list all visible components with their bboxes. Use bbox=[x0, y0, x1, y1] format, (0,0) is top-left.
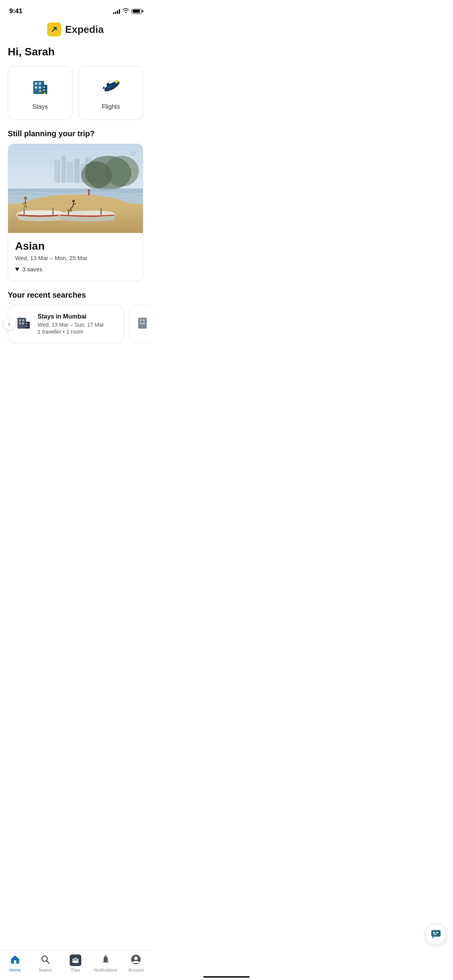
search-card-partial[interactable] bbox=[129, 305, 151, 343]
svg-rect-15 bbox=[54, 159, 60, 183]
building-icon bbox=[29, 75, 51, 99]
search-card-building-icon bbox=[15, 315, 32, 333]
svg-rect-30 bbox=[101, 208, 102, 215]
flights-label: Flights bbox=[102, 103, 120, 110]
stays-card[interactable]: Stays bbox=[8, 66, 72, 120]
svg-rect-50 bbox=[26, 326, 27, 327]
svg-rect-42 bbox=[88, 192, 90, 195]
search-card-info-mumbai: Stays in Mumbai Wed, 13 Mar – Sun, 17 Ma… bbox=[38, 313, 117, 335]
svg-rect-47 bbox=[22, 322, 24, 324]
svg-rect-31 bbox=[68, 209, 69, 216]
status-bar: 9:41 bbox=[0, 0, 151, 19]
svg-rect-18 bbox=[74, 159, 80, 183]
battery-icon bbox=[132, 9, 142, 14]
svg-point-41 bbox=[88, 189, 90, 192]
svg-text:✦: ✦ bbox=[116, 81, 118, 83]
signal-icon bbox=[113, 9, 120, 14]
recent-searches-section: Your recent searches ‹ bbox=[0, 291, 151, 382]
trip-card-body: Asian Wed, 13 Mar – Mon, 25 Mar ♥ 3 save… bbox=[8, 233, 143, 281]
svg-rect-7 bbox=[43, 86, 45, 88]
search-carousel: ‹ Stays in Mumbai bbox=[0, 305, 151, 343]
flights-card[interactable]: ✦ Flights bbox=[79, 66, 143, 120]
trip-planning-title: Still planning your trip? bbox=[0, 129, 151, 144]
svg-rect-3 bbox=[39, 82, 41, 85]
svg-rect-51 bbox=[138, 318, 147, 329]
svg-rect-9 bbox=[44, 93, 46, 94]
status-icons bbox=[113, 8, 142, 15]
saves-count: 3 saves bbox=[22, 266, 43, 272]
svg-rect-53 bbox=[143, 319, 145, 321]
svg-rect-54 bbox=[140, 322, 142, 324]
svg-point-32 bbox=[24, 197, 27, 200]
svg-rect-17 bbox=[67, 161, 74, 183]
recent-searches-list: Stays in Mumbai Wed, 13 Mar – Sun, 17 Ma… bbox=[0, 305, 151, 343]
plane-icon: ✦ bbox=[100, 75, 123, 99]
svg-rect-49 bbox=[26, 323, 27, 324]
greeting-text: Hi, Sarah bbox=[0, 43, 151, 66]
svg-rect-16 bbox=[61, 156, 66, 183]
svg-rect-44 bbox=[19, 319, 21, 321]
svg-rect-55 bbox=[143, 322, 145, 324]
search-card-dates-mumbai: Wed, 13 Mar – Sun, 17 Mar bbox=[38, 322, 117, 328]
app-name: Expedia bbox=[65, 24, 104, 36]
scroll-prev-button[interactable]: ‹ bbox=[3, 318, 15, 330]
wifi-icon bbox=[122, 8, 129, 15]
heart-icon: ♥ bbox=[15, 265, 19, 273]
bookmark-icon[interactable]: ☆ bbox=[130, 149, 137, 158]
trip-saves: ♥ 3 saves bbox=[15, 265, 136, 273]
svg-rect-52 bbox=[140, 319, 142, 321]
search-card-building-icon-2 bbox=[136, 315, 151, 333]
svg-point-24 bbox=[105, 156, 139, 187]
svg-point-11 bbox=[103, 79, 120, 93]
recent-searches-title: Your recent searches bbox=[0, 291, 151, 305]
search-card-details-mumbai: 1 traveller • 1 room bbox=[38, 329, 117, 335]
svg-rect-46 bbox=[19, 322, 21, 324]
search-card-title-mumbai: Stays in Mumbai bbox=[38, 313, 117, 320]
svg-rect-4 bbox=[35, 86, 37, 89]
quick-access-section: Stays ✦ Flights bbox=[0, 66, 151, 129]
svg-rect-2 bbox=[35, 82, 37, 85]
trip-card-image: ☆ bbox=[8, 144, 143, 233]
svg-rect-45 bbox=[22, 319, 24, 321]
app-header: Expedia bbox=[0, 19, 151, 43]
stays-label: Stays bbox=[32, 103, 48, 110]
search-card-mumbai[interactable]: Stays in Mumbai Wed, 13 Mar – Sun, 17 Ma… bbox=[8, 305, 124, 343]
trip-dates: Wed, 13 Mar – Mon, 25 Mar bbox=[15, 255, 136, 261]
svg-rect-5 bbox=[39, 86, 41, 89]
svg-rect-48 bbox=[25, 322, 30, 329]
svg-rect-28 bbox=[52, 208, 53, 216]
trip-planning-card[interactable]: ☆ Asian Wed, 13 Mar – Mon, 25 Mar ♥ 3 sa… bbox=[8, 144, 143, 281]
svg-rect-43 bbox=[17, 318, 26, 329]
svg-rect-29 bbox=[24, 209, 25, 216]
expedia-logo bbox=[47, 22, 61, 36]
status-time: 9:41 bbox=[9, 7, 22, 15]
trip-destination: Asian bbox=[15, 240, 136, 252]
svg-rect-8 bbox=[43, 89, 45, 91]
svg-rect-10 bbox=[39, 90, 41, 92]
svg-point-37 bbox=[72, 200, 75, 202]
